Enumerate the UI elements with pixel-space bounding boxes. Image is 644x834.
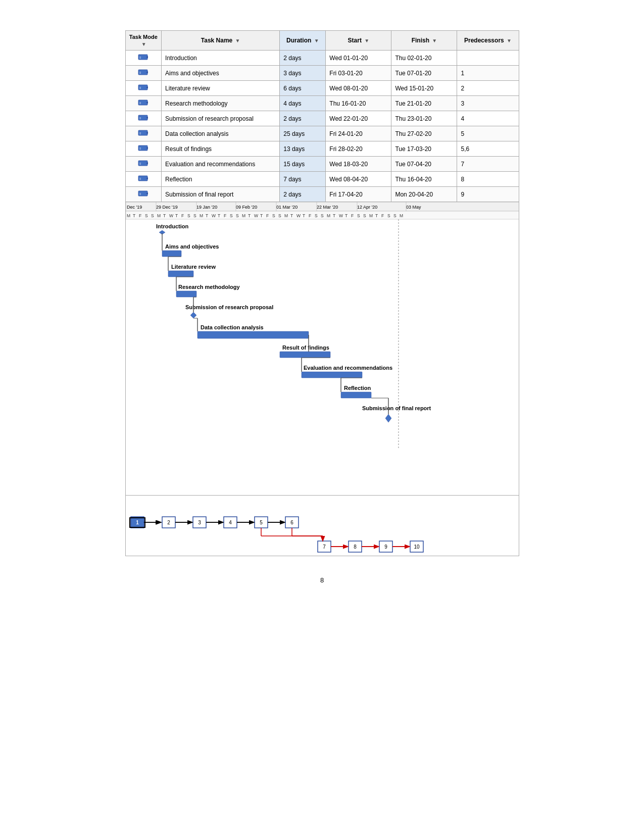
task-mode-cell: ≡ [125,141,162,157]
svg-text:Research methodology: Research methodology [178,284,240,290]
task-mode-cell: ≡ [125,96,162,111]
svg-text:S: S [230,213,233,218]
table-row: ≡ Evaluation and recommendations15 daysW… [125,157,519,172]
svg-text:T: T [375,213,378,218]
svg-text:≡: ≡ [139,162,141,165]
svg-rect-101 [176,291,196,297]
th-task-mode: Task Mode ▼ [125,31,162,51]
gantt-chart: Dec '19 29 Dec '19 19 Jan '20 09 Feb '20… [125,202,519,496]
table-row: ≡ Submission of final report2 daysFri 17… [125,187,519,202]
svg-text:F: F [309,213,311,218]
svg-text:Evaluation and recommendations: Evaluation and recommendations [304,365,392,371]
svg-text:6: 6 [290,520,293,525]
finish-cell: Tue 21-01-20 [391,96,457,111]
finish-cell: Thu 23-01-20 [391,111,457,126]
duration-cell: 7 days [280,172,326,187]
svg-text:≡: ≡ [139,132,141,135]
svg-text:Result of findings: Result of findings [282,345,329,351]
duration-cell: 4 days [280,96,326,111]
svg-text:3: 3 [198,520,201,525]
svg-text:Dec '19: Dec '19 [127,205,142,210]
svg-text:S: S [278,213,281,218]
svg-text:03 May: 03 May [406,205,421,210]
start-cell: Wed 18-03-20 [326,157,391,172]
svg-text:T: T [333,213,335,218]
svg-rect-107 [280,352,330,358]
svg-text:S: S [272,213,275,218]
svg-text:S: S [151,213,154,218]
svg-text:W: W [212,213,216,218]
finish-cell: Thu 16-04-20 [391,172,457,187]
svg-text:S: S [393,213,397,218]
svg-text:T: T [206,213,208,218]
svg-text:5: 5 [260,520,263,525]
svg-text:Introduction: Introduction [156,223,188,229]
svg-text:19 Jan '20: 19 Jan '20 [196,205,217,210]
svg-text:W: W [254,213,258,218]
duration-cell: 2 days [280,111,326,126]
svg-text:S: S [193,213,196,218]
svg-text:T: T [303,213,305,218]
svg-text:T: T [290,213,293,218]
table-row: ≡ Result of findings13 daysFri 28-02-20T… [125,141,519,157]
svg-rect-105 [197,331,309,338]
start-cell: Wed 08-01-20 [326,81,391,96]
svg-text:S: S [187,213,190,218]
duration-cell: 6 days [280,81,326,96]
task-icon: ≡ [138,68,149,78]
predecessor-cell: 1 [457,66,519,81]
task-name-cell: Literature review [162,81,280,96]
svg-text:M: M [127,213,130,218]
svg-text:7: 7 [323,544,326,550]
svg-text:Reflection: Reflection [344,385,371,391]
svg-text:S: S [357,213,360,218]
svg-text:M: M [242,213,245,218]
gantt-table: Task Mode ▼ Task Name ▼ Duration ▼ Start… [125,30,519,202]
start-cell: Thu 16-01-20 [326,96,391,111]
task-name-cell: Aims and objectives [162,66,280,81]
finish-cell: Tue 17-03-20 [391,141,457,157]
predecessor-cell: 9 [457,187,519,202]
svg-text:M: M [157,213,161,218]
task-mode-cell: ≡ [125,81,162,96]
finish-cell: Thu 02-01-20 [391,51,457,66]
table-row: ≡ Literature review6 daysWed 08-01-20Wed… [125,81,519,96]
svg-text:S: S [321,213,324,218]
task-mode-cell: ≡ [125,172,162,187]
task-icon: ≡ [138,114,149,123]
svg-text:2: 2 [167,520,170,525]
task-name-cell: Evaluation and recommendations [162,157,280,172]
svg-text:≡: ≡ [139,177,141,180]
finish-cell: Tue 07-04-20 [391,157,457,172]
start-cell: Wed 01-01-20 [326,51,391,66]
th-start: Start ▼ [326,31,391,51]
predecessor-cell: 5 [457,126,519,141]
svg-text:22 Mar '20: 22 Mar '20 [317,205,338,210]
svg-text:Data collection analysis: Data collection analysis [201,324,264,330]
duration-cell: 2 days [280,187,326,202]
start-cell: Fri 03-01-20 [326,66,391,81]
th-finish: Finish ▼ [391,31,457,51]
finish-cell: Wed 15-01-20 [391,81,457,96]
predecessor-cell: 3 [457,96,519,111]
table-row: ≡ Reflection7 daysWed 08-04-20Thu 16-04-… [125,172,519,187]
task-name-cell: Reflection [162,172,280,187]
duration-cell: 13 days [280,141,326,157]
th-task-name: Task Name ▼ [162,31,280,51]
svg-text:S: S [363,213,366,218]
svg-marker-113 [385,414,391,422]
svg-text:M: M [369,213,373,218]
svg-text:T: T [175,213,178,218]
svg-text:S: S [236,213,239,218]
table-row: ≡ Aims and objectives3 daysFri 03-01-20T… [125,66,519,81]
task-name-cell: Research methodology [162,96,280,111]
task-icon: ≡ [138,83,149,93]
svg-text:S: S [145,213,148,218]
gantt-svg: Dec '19 29 Dec '19 19 Jan '20 09 Feb '20… [126,202,519,495]
svg-text:T: T [218,213,220,218]
svg-text:T: T [260,213,263,218]
task-icon: ≡ [138,189,149,199]
task-mode-cell: ≡ [125,111,162,126]
svg-text:≡: ≡ [139,192,141,195]
svg-rect-111 [341,392,371,398]
